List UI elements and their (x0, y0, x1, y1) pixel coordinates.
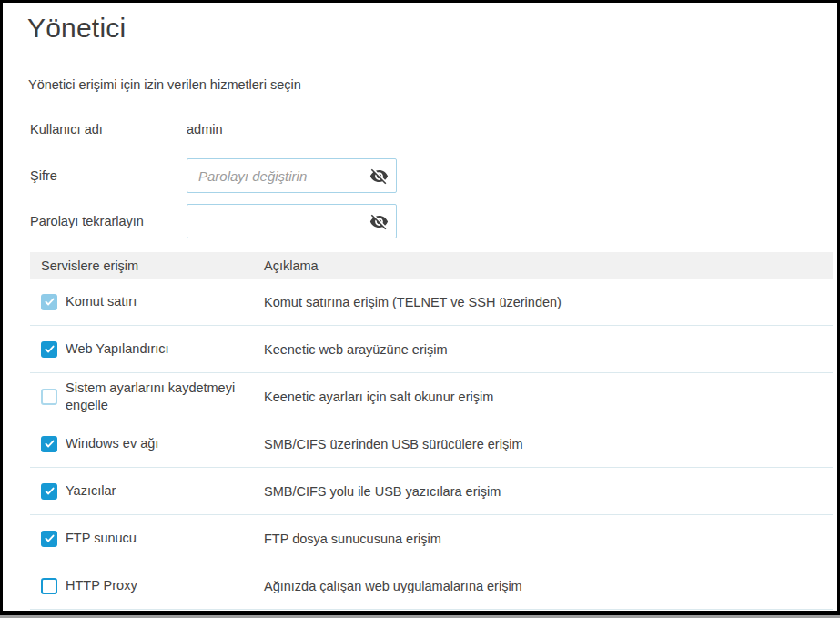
service-description: Keenetic ayarları için salt okunur erişi… (264, 373, 833, 420)
header-description: Açıklama (264, 258, 833, 273)
page-title: Yönetici (27, 13, 126, 44)
service-description: Komut satırına erişim (TELNET ve SSH üze… (264, 279, 833, 325)
service-label: Komut satırı (66, 293, 137, 309)
service-checkbox[interactable] (41, 578, 57, 594)
password-repeat-label: Parolayı tekrarlayın (30, 214, 144, 228)
service-cell: Windows ev ağı (30, 420, 264, 467)
service-label: FTP sunucu (66, 530, 137, 546)
table-row: Sistem ayarlarını kaydetmeyi engelle Kee… (30, 373, 833, 420)
table-row: Windows ev ağı SMB/CIFS üzerinden USB sü… (30, 420, 833, 468)
checkmark-icon (44, 485, 56, 497)
service-description: SMB/CIFS üzerinden USB sürücülere erişim (264, 420, 833, 467)
service-cell: FTP sunucu (30, 515, 264, 562)
checkmark-icon (44, 343, 56, 355)
admin-settings-window: Yönetici Yönetici erişimi için izin veri… (0, 0, 840, 615)
service-checkbox[interactable] (41, 389, 57, 405)
service-cell: HTTP Proxy (30, 562, 264, 609)
service-label: Windows ev ağı (66, 435, 158, 451)
password-input[interactable] (187, 158, 397, 193)
checkmark-icon (44, 296, 56, 308)
service-label: Web Yapılandırıcı (66, 340, 169, 357)
username-label: Kullanıcı adı (30, 122, 103, 137)
screenshot-canvas: Yönetici Yönetici erişimi için izin veri… (0, 0, 840, 618)
service-checkbox (41, 294, 57, 310)
service-description: FTP dosya sunucusuna erişim (264, 515, 833, 562)
table-row: HTTP Proxy Ağınızda çalışan web uygulama… (30, 562, 833, 610)
password-repeat-input[interactable] (187, 204, 397, 238)
table-row: Yazıcılar SMB/CIFS yolu ile USB yazıcıla… (30, 468, 833, 515)
table-row: Web Yapılandırıcı Keenetic web arayüzüne… (30, 326, 833, 373)
service-label: HTTP Proxy (66, 577, 137, 593)
visibility-off-icon[interactable] (369, 166, 389, 186)
service-checkbox[interactable] (41, 341, 57, 358)
visibility-off-icon[interactable] (369, 211, 389, 231)
service-label: Yazıcılar (66, 482, 116, 499)
password-field-wrap (187, 158, 397, 193)
checkmark-icon (44, 532, 56, 544)
service-description: SMB/CIFS yolu ile USB yazıcılara erişim (264, 468, 833, 514)
service-description: Keenetic web arayüzüne erişim (264, 326, 833, 372)
service-checkbox[interactable] (41, 531, 57, 547)
service-cell: Sistem ayarlarını kaydetmeyi engelle (30, 373, 264, 420)
services-table: Servislere erişim Açıklama Komut satırı … (30, 252, 833, 610)
password-label: Şifre (30, 168, 57, 183)
page-subtitle: Yönetici erişimi için izin verilen hizme… (28, 77, 301, 92)
service-checkbox[interactable] (41, 436, 57, 452)
table-row: FTP sunucu FTP dosya sunucusuna erişim (30, 515, 833, 562)
service-cell: Komut satırı (30, 279, 264, 325)
header-services-access: Servislere erişim (30, 258, 264, 273)
password-repeat-field-wrap (187, 204, 397, 238)
service-cell: Web Yapılandırıcı (30, 326, 264, 372)
username-value: admin (187, 122, 223, 137)
table-row: Komut satırı Komut satırına erişim (TELN… (30, 279, 833, 326)
services-table-body: Komut satırı Komut satırına erişim (TELN… (30, 279, 833, 610)
services-table-header: Servislere erişim Açıklama (30, 252, 833, 279)
service-cell: Yazıcılar (30, 468, 264, 514)
service-checkbox[interactable] (41, 483, 57, 500)
service-description: Ağınızda çalışan web uygulamalarına eriş… (264, 562, 833, 609)
service-label: Sistem ayarlarını kaydetmeyi engelle (66, 380, 257, 412)
checkmark-icon (44, 438, 56, 450)
